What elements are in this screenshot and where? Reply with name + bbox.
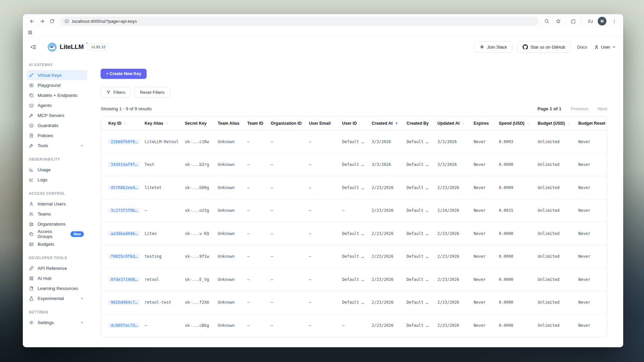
- sidebar-item-virtual-keys[interactable]: Virtual Keys: [27, 70, 87, 80]
- column-header-key-id[interactable]: Key ID↑↓: [108, 121, 145, 126]
- sidebar-item-mcp-servers[interactable]: MCP Servers: [23, 110, 87, 120]
- main-content: + Create New Key Filters Reset Filters S…: [87, 57, 623, 347]
- sidebar-section-label: SETTINGS: [29, 310, 87, 314]
- table-row[interactable]: dc805fac7d…–sk-...cBGgUnknown––––2/23/20…: [101, 314, 607, 337]
- profile-avatar[interactable]: M: [598, 17, 606, 25]
- next-page-button[interactable]: Next: [598, 106, 607, 111]
- reading-list-icon[interactable]: [585, 16, 595, 26]
- column-header-created-at[interactable]: Created At∨: [372, 121, 407, 126]
- column-header-spend-usd-[interactable]: Spend (USD)↑↓: [499, 121, 538, 126]
- sidebar-item-learning-resources[interactable]: Learning Resources: [23, 283, 87, 293]
- sidebar-item-playground[interactable]: Playground: [23, 80, 87, 90]
- browser-menu-icon[interactable]: [609, 16, 619, 26]
- table-cell: 2/23/2026: [372, 231, 407, 236]
- brand-logo[interactable]: LiteLLM: [48, 43, 84, 52]
- sidebar-collapse-icon[interactable]: [28, 42, 38, 52]
- key-icon: [29, 73, 34, 78]
- key-id-link[interactable]: 8fde3719d8…: [108, 277, 140, 282]
- table-cell: Default …: [342, 162, 372, 167]
- table-cell: Never: [578, 185, 607, 190]
- table-cell: aa36bad046…: [108, 231, 145, 236]
- table-cell: Never: [578, 277, 607, 282]
- create-new-key-button[interactable]: + Create New Key: [101, 69, 147, 79]
- sidebar-item-models-endpoints[interactable]: Models + Endpoints: [23, 90, 87, 100]
- filters-button[interactable]: Filters: [101, 87, 131, 98]
- key-id-link[interactable]: 3c273f3f9b…: [108, 208, 140, 213]
- join-slack-button[interactable]: Join Slack: [474, 41, 512, 53]
- sidebar-item-budgets[interactable]: Budgets: [23, 239, 87, 249]
- table-cell: 2/23/2026: [372, 300, 407, 305]
- table-cell: 3/3/2026: [372, 162, 407, 167]
- sidebar-item-tools[interactable]: Tools: [23, 140, 87, 150]
- sidebar-item-experimental[interactable]: Experimental: [23, 293, 87, 303]
- key-id-link[interactable]: dc805fac7d…: [108, 323, 140, 328]
- table-cell: Unlimited: [538, 277, 578, 282]
- table-row[interactable]: aa36bad046…Litexsk-...v-KQUnknown–––Defa…: [101, 222, 607, 245]
- zoom-icon[interactable]: [542, 16, 552, 26]
- table-cell: Never: [474, 162, 499, 167]
- forward-icon[interactable]: [37, 16, 47, 26]
- table-cell: sk-...c1Rw: [185, 139, 218, 144]
- table-row[interactable]: f0835c0f8d…testingsk-...9fIwUnknown–––De…: [101, 245, 607, 268]
- table-header-row: Key ID↑↓Key Alias↑↓Secret KeyTeam AliasT…: [101, 116, 607, 130]
- table-cell: –: [271, 277, 309, 282]
- column-header-key-alias[interactable]: Key Alias↑↓: [145, 121, 185, 126]
- sidebar-item-guardrails[interactable]: Guardrails: [23, 120, 87, 130]
- sidebar-item-internal-users[interactable]: Internal Users: [23, 199, 87, 209]
- docs-link[interactable]: Docs: [577, 45, 587, 50]
- table-row[interactable]: 45708b2ee4…litetetsk-...G00gUnknown–––De…: [101, 176, 607, 199]
- table-cell: Default …: [407, 254, 437, 259]
- table-cell: –: [309, 254, 342, 259]
- sidebar-item-settings[interactable]: Settings: [23, 317, 87, 327]
- table-cell: Unknown: [218, 323, 247, 328]
- sidebar-item-label: Models + Endpoints: [38, 93, 77, 98]
- chevron-down-icon: [612, 45, 616, 49]
- table-row[interactable]: 3c273f3f9b…–sk-...o23gUnknown––––2/23/20…: [101, 199, 607, 223]
- sidebar-item-organizations[interactable]: Organizations: [23, 219, 87, 229]
- sidebar-item-teams[interactable]: Teams: [23, 209, 87, 219]
- previous-page-button[interactable]: Previous: [571, 106, 589, 111]
- sidebar-item-policies[interactable]: Policies: [23, 130, 87, 140]
- column-header-updated-at[interactable]: Updated At↑↓: [437, 121, 474, 126]
- reload-icon[interactable]: [47, 16, 57, 26]
- back-icon[interactable]: [27, 16, 37, 26]
- table-row[interactable]: 34301daf9f…Testsk-...bZrgUnknown–––Defau…: [101, 154, 607, 177]
- key-id-link[interactable]: 982bd484c7…: [108, 300, 140, 305]
- table-cell: 2/24/2026: [437, 208, 474, 213]
- table-cell: Unknown: [218, 185, 247, 190]
- sidebar-item-ai-hub[interactable]: AI Hub: [23, 273, 87, 283]
- url-text[interactable]: localhost:4000/ui/?page=api-keys: [72, 19, 137, 24]
- sidebar-item-logs[interactable]: Logs: [23, 175, 87, 185]
- address-bar[interactable]: localhost:4000/ui/?page=api-keys: [60, 16, 538, 26]
- sidebar-item-label: API Reference: [38, 266, 67, 271]
- table-cell: Never: [578, 162, 607, 167]
- key-id-link[interactable]: f0835c0f8d…: [108, 254, 140, 259]
- site-info-icon[interactable]: [64, 19, 69, 23]
- key-id-link[interactable]: 34301daf9f…: [108, 162, 140, 167]
- table-row[interactable]: 22b68fb0f0…LiteLLM-Retoolsk-...c1RwUnkno…: [101, 130, 607, 154]
- sidebar-item-usage[interactable]: Usage: [23, 165, 87, 175]
- sidebar-item-label: Virtual Keys: [38, 73, 62, 78]
- key-id-link[interactable]: 22b68fb0f0…: [108, 139, 140, 144]
- table-row[interactable]: 982bd484c7…retool-testsk-...f2XAUnknown–…: [101, 291, 607, 314]
- table-row[interactable]: 8fde3719d8…retoolsk-...E_VgUnknown–––Def…: [101, 268, 607, 291]
- key-id-link[interactable]: aa36bad046…: [108, 231, 140, 236]
- users-icon: [29, 212, 34, 217]
- sidebar-item-api-reference[interactable]: API Reference: [23, 263, 87, 273]
- user-menu[interactable]: User: [594, 45, 616, 50]
- table-cell: Never: [474, 254, 499, 259]
- star-github-button[interactable]: Star us on GitHub: [517, 41, 571, 53]
- reset-filters-button[interactable]: Reset Filters: [134, 87, 170, 98]
- table-cell: –: [247, 323, 271, 328]
- sidebar-item-label: Organizations: [38, 222, 65, 227]
- table-cell: –: [309, 139, 342, 144]
- apps-grid-icon[interactable]: [28, 30, 33, 35]
- column-header-budget-usd-[interactable]: Budget (USD)↑↓: [538, 121, 578, 126]
- key-id-link[interactable]: 45708b2ee4…: [108, 185, 140, 190]
- table-cell: 8fde3719d8…: [108, 277, 145, 282]
- sidebar-item-access-groups[interactable]: Access GroupsNew: [23, 229, 87, 239]
- bookmark-star-icon[interactable]: [553, 16, 563, 26]
- sidebar-item-agents[interactable]: Agents: [23, 100, 87, 110]
- wallet-icon: [29, 242, 34, 247]
- extensions-icon[interactable]: [568, 16, 578, 26]
